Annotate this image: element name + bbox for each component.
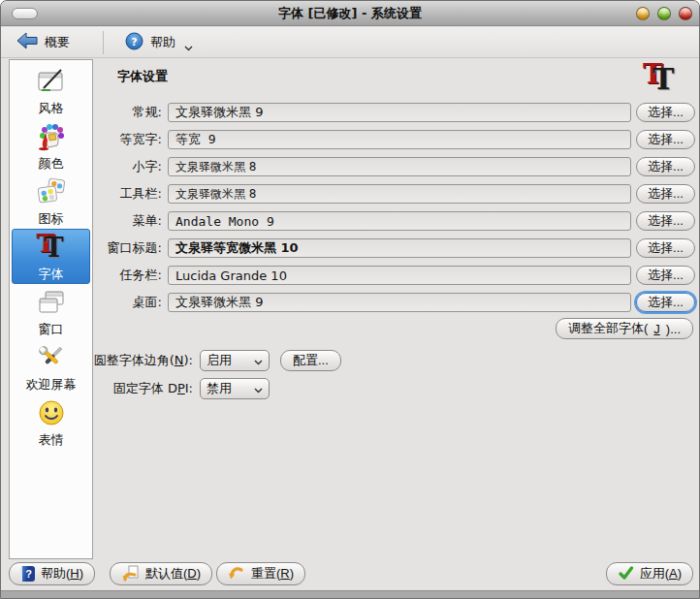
chevron-down-icon bbox=[254, 354, 263, 368]
font-row-label: 窗口标题: bbox=[92, 239, 168, 257]
font-row-label: 常规: bbox=[92, 104, 168, 121]
defaults-label: 默认值(D) bbox=[145, 565, 201, 583]
footer-bar: ? 帮助(H) 默认值(D) 重置(R) bbox=[1, 557, 699, 590]
antialias-select[interactable]: 启用 bbox=[200, 350, 270, 371]
font-preview-field: Andale Mono 9 bbox=[168, 211, 631, 231]
sidebar-item-label: 风格 bbox=[39, 100, 64, 117]
sidebar-item-icons[interactable]: 图标 bbox=[12, 173, 90, 229]
sidebar-item-splash[interactable]: 欢迎屏幕 bbox=[12, 339, 90, 394]
font-preview-field: 文泉驿微米黑 8 bbox=[168, 157, 631, 176]
minimize-button[interactable] bbox=[636, 7, 650, 20]
choose-font-button[interactable]: 选择... bbox=[636, 103, 695, 122]
undo-arrow-icon bbox=[228, 564, 245, 584]
fonts-icon: T T bbox=[35, 231, 68, 264]
help-footer-button[interactable]: ? 帮助(H) bbox=[9, 562, 95, 585]
sidebar-item-label: 图标 bbox=[39, 210, 64, 228]
window-controls bbox=[636, 7, 692, 20]
tools-icon bbox=[35, 341, 68, 374]
sidebar-item-label: 表情 bbox=[39, 431, 64, 449]
font-row-desktop: 桌面: 文泉驿微米黑 9 选择... bbox=[92, 293, 695, 312]
font-preview-field: Lucida Grande 10 bbox=[168, 266, 631, 285]
choose-font-button[interactable]: 选择... bbox=[636, 130, 695, 149]
reset-button[interactable]: 重置(R) bbox=[216, 562, 305, 585]
back-arrow-icon bbox=[16, 31, 38, 53]
font-row-taskbar: 任务栏: Lucida Grande 10 选择... bbox=[92, 266, 695, 285]
overview-button[interactable]: 概要 bbox=[9, 28, 78, 56]
font-preview-field: 文泉驿等宽微米黑 10 bbox=[168, 238, 631, 258]
icons-icon bbox=[35, 175, 68, 208]
reset-label: 重置(R) bbox=[251, 565, 294, 583]
choose-font-button[interactable]: 选择... bbox=[636, 211, 695, 231]
close-button[interactable] bbox=[679, 7, 692, 20]
style-icon bbox=[35, 65, 68, 98]
choose-font-button[interactable]: 选择... bbox=[636, 293, 695, 312]
font-preview-field: 文泉驿微米黑 9 bbox=[168, 103, 631, 122]
help-button[interactable]: ? 帮助 bbox=[117, 27, 201, 57]
fonts-module-icon: T T bbox=[641, 61, 680, 98]
font-row-label: 菜单: bbox=[92, 212, 168, 230]
sidebar-item-windows[interactable]: 窗口 bbox=[12, 284, 90, 339]
help-label: 帮助 bbox=[150, 34, 175, 51]
undo-document-icon bbox=[121, 564, 140, 584]
sidebar-item-label: 窗口 bbox=[39, 321, 64, 338]
sidebar-item-label: 字体 bbox=[39, 266, 64, 283]
windows-icon bbox=[35, 286, 68, 319]
adjust-all-fonts-button[interactable]: 调整全部字体(J)... bbox=[556, 318, 693, 339]
colors-icon bbox=[35, 120, 68, 153]
choose-font-button[interactable]: 选择... bbox=[636, 157, 695, 176]
font-row-toolbar: 工具栏: 文泉驿微米黑 8 选择... bbox=[92, 184, 695, 204]
chevron-down-icon bbox=[184, 40, 193, 54]
sidebar-item-colors[interactable]: 颜色 bbox=[12, 118, 90, 173]
smiley-icon bbox=[35, 396, 68, 429]
help-circle-icon: ? bbox=[125, 32, 143, 53]
chevron-down-icon bbox=[254, 382, 263, 396]
sidebar: 风格 颜色 bbox=[9, 59, 93, 559]
font-row-label: 小字: bbox=[92, 158, 168, 175]
window-title: 字体 [已修改] - 系统设置 bbox=[1, 1, 699, 26]
antialias-value: 启用 bbox=[207, 352, 232, 369]
font-preview-field: 文泉驿微米黑 8 bbox=[168, 184, 631, 204]
sidebar-item-style[interactable]: 风格 bbox=[12, 63, 90, 118]
sidebar-item-label: 颜色 bbox=[39, 155, 64, 173]
font-row-label: 等宽字: bbox=[92, 131, 168, 148]
window-bottom-border bbox=[1, 590, 699, 598]
titlebar[interactable]: 字体 [已修改] - 系统设置 bbox=[1, 1, 699, 26]
font-row-fixed-width: 等宽字: 等宽 9 选择... bbox=[92, 130, 695, 149]
font-preview-field: 文泉驿微米黑 9 bbox=[168, 293, 631, 312]
font-row-small: 小字: 文泉驿微米黑 8 选择... bbox=[92, 157, 695, 176]
sidebar-item-fonts[interactable]: T T 字体 bbox=[12, 229, 90, 284]
apply-label: 应用(A) bbox=[640, 565, 682, 583]
check-icon bbox=[618, 565, 634, 583]
font-row-menu: 菜单: Andale Mono 9 选择... bbox=[92, 211, 695, 231]
sidebar-item-emoticons[interactable]: 表情 bbox=[12, 394, 90, 450]
font-row-general: 常规: 文泉驿微米黑 9 选择... bbox=[92, 103, 695, 122]
help-book-icon: ? bbox=[20, 566, 35, 582]
choose-font-button[interactable]: 选择... bbox=[636, 266, 695, 285]
toolbar-separator bbox=[103, 31, 104, 54]
choose-font-button[interactable]: 选择... bbox=[636, 238, 695, 258]
page-title: 字体设置 bbox=[117, 68, 168, 85]
apply-button[interactable]: 应用(A) bbox=[606, 562, 693, 585]
font-row-label: 工具栏: bbox=[92, 185, 168, 203]
antialias-row: 圆整字体边角(N): 启用 配置... bbox=[92, 350, 341, 371]
choose-font-button[interactable]: 选择... bbox=[636, 184, 695, 204]
help-footer-label: 帮助(H) bbox=[41, 565, 83, 583]
font-settings-form: 常规: 文泉驿微米黑 9 选择... 等宽字: 等宽 9 选择... 小字: 文… bbox=[92, 103, 695, 320]
font-row-window-title: 窗口标题: 文泉驿等宽微米黑 10 选择... bbox=[92, 238, 695, 258]
svg-text:?: ? bbox=[131, 35, 137, 47]
toolbar: 概要 ? 帮助 bbox=[1, 27, 699, 58]
font-preview-field: 等宽 9 bbox=[168, 130, 631, 149]
configure-antialias-button[interactable]: 配置... bbox=[280, 350, 341, 371]
dpi-row: 固定字体 DPI: 禁用 bbox=[92, 378, 270, 399]
sidebar-item-label: 欢迎屏幕 bbox=[26, 376, 77, 394]
dpi-label: 固定字体 DPI: bbox=[92, 380, 200, 397]
system-settings-window: 字体 [已修改] - 系统设置 概要 bbox=[0, 0, 700, 599]
font-row-label: 桌面: bbox=[92, 294, 168, 311]
overview-label: 概要 bbox=[45, 34, 70, 51]
dpi-value: 禁用 bbox=[207, 380, 232, 397]
dpi-select[interactable]: 禁用 bbox=[200, 378, 270, 399]
maximize-button[interactable] bbox=[657, 7, 671, 20]
antialias-label: 圆整字体边角(N): bbox=[92, 352, 200, 369]
font-row-label: 任务栏: bbox=[92, 267, 168, 284]
defaults-button[interactable]: 默认值(D) bbox=[110, 562, 212, 585]
